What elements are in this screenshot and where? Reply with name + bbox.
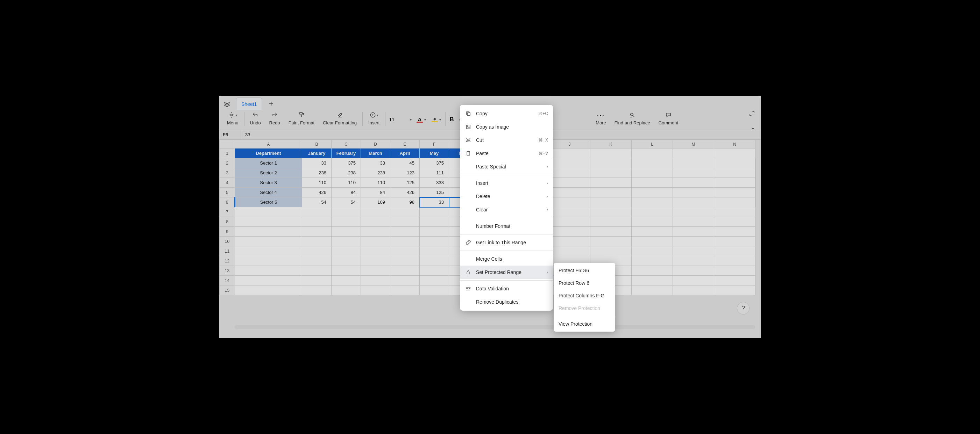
cell[interactable]	[302, 227, 332, 236]
cell[interactable]	[590, 236, 632, 246]
cell[interactable]	[756, 158, 756, 168]
paint-format-button[interactable]: Paint Format	[284, 111, 319, 125]
cell[interactable]	[302, 207, 332, 217]
row-header[interactable]: 10	[220, 236, 235, 246]
cell[interactable]	[632, 158, 673, 168]
cell[interactable]	[756, 168, 756, 178]
clear-formatting-button[interactable]: Clear Formatting	[319, 111, 361, 125]
more-button[interactable]: ··· More	[592, 111, 610, 125]
cell[interactable]	[235, 256, 302, 266]
menu-button[interactable]: ▾ Menu	[223, 111, 243, 125]
cell[interactable]: Sector 5	[235, 198, 302, 207]
all-sheets-icon[interactable]	[222, 99, 232, 109]
cell[interactable]: Sector 3	[235, 178, 302, 188]
cell[interactable]	[361, 266, 390, 276]
cell[interactable]	[361, 276, 390, 285]
cell[interactable]	[673, 168, 714, 178]
sub-protect-row[interactable]: Protect Row 6	[554, 277, 615, 289]
cell[interactable]	[549, 198, 590, 207]
cell[interactable]: May	[420, 149, 449, 158]
cell[interactable]: 110	[302, 178, 332, 188]
cell[interactable]: 84	[332, 188, 361, 198]
cell[interactable]	[361, 236, 390, 246]
cell[interactable]: 33	[420, 198, 449, 207]
cell[interactable]: 84	[361, 188, 390, 198]
cell[interactable]	[590, 178, 632, 188]
cell[interactable]	[332, 236, 361, 246]
cell[interactable]	[420, 256, 449, 266]
cell[interactable]	[332, 217, 361, 227]
cell[interactable]: 54	[302, 198, 332, 207]
cell[interactable]: Sector 1	[235, 158, 302, 168]
cell[interactable]	[235, 266, 302, 276]
cell[interactable]	[632, 149, 673, 158]
cell[interactable]: Sector 2	[235, 168, 302, 178]
cell[interactable]	[390, 236, 420, 246]
cell[interactable]	[673, 276, 714, 285]
cell[interactable]	[714, 266, 756, 276]
cell[interactable]	[714, 227, 756, 236]
cell[interactable]: 123	[390, 168, 420, 178]
help-button[interactable]: ?	[737, 302, 749, 315]
row-header[interactable]: 3	[220, 168, 235, 178]
cell[interactable]	[632, 276, 673, 285]
ctx-copy-image[interactable]: Copy as Image	[460, 120, 553, 133]
row-header[interactable]: 1	[220, 149, 235, 158]
col-header[interactable]: M	[673, 140, 714, 149]
cell[interactable]	[590, 246, 632, 256]
cell[interactable]	[590, 198, 632, 207]
cell[interactable]: 109	[361, 198, 390, 207]
cell[interactable]: 45	[390, 158, 420, 168]
cell[interactable]	[590, 158, 632, 168]
cell[interactable]	[302, 217, 332, 227]
ctx-paste-special[interactable]: Paste Special›	[460, 160, 553, 173]
cell[interactable]	[714, 149, 756, 158]
cell[interactable]	[390, 217, 420, 227]
add-sheet-button[interactable]: +	[266, 98, 277, 109]
cell[interactable]: 98	[390, 198, 420, 207]
col-header[interactable]: F	[420, 140, 449, 149]
ctx-remove-duplicates[interactable]: Remove Duplicates	[460, 295, 553, 309]
cell[interactable]: 375	[332, 158, 361, 168]
cell[interactable]	[673, 236, 714, 246]
cell[interactable]	[302, 256, 332, 266]
cell[interactable]	[390, 207, 420, 217]
cell[interactable]	[549, 236, 590, 246]
cell[interactable]	[332, 207, 361, 217]
cell[interactable]: April	[390, 149, 420, 158]
sub-protect-cols[interactable]: Protect Columns F-G	[554, 289, 615, 302]
cell[interactable]	[714, 178, 756, 188]
cell[interactable]	[549, 227, 590, 236]
cell[interactable]: February	[332, 149, 361, 158]
redo-button[interactable]: Redo	[265, 111, 284, 125]
fill-color-button[interactable]: ▾	[429, 111, 444, 128]
row-header[interactable]: 14	[220, 276, 235, 285]
cell[interactable]	[632, 227, 673, 236]
ctx-delete[interactable]: Delete›	[460, 190, 553, 203]
cell[interactable]	[390, 256, 420, 266]
cell[interactable]	[302, 285, 332, 295]
cell[interactable]	[632, 168, 673, 178]
row-header[interactable]: 13	[220, 266, 235, 276]
ctx-cut[interactable]: Cut⌘+X	[460, 133, 553, 147]
cell[interactable]	[235, 276, 302, 285]
cell[interactable]	[235, 246, 302, 256]
cell[interactable]: 110	[332, 178, 361, 188]
collapse-toolbar-icon[interactable]	[750, 126, 756, 131]
cell[interactable]: 333	[420, 178, 449, 188]
cell[interactable]	[673, 256, 714, 266]
cell[interactable]: 54	[332, 198, 361, 207]
fullscreen-icon[interactable]	[749, 111, 755, 117]
cell[interactable]	[549, 149, 590, 158]
row-header[interactable]: 11	[220, 246, 235, 256]
comment-button[interactable]: Comment	[654, 111, 682, 125]
cell[interactable]	[673, 178, 714, 188]
row-header[interactable]: 15	[220, 285, 235, 295]
cell[interactable]: 33	[361, 158, 390, 168]
cell[interactable]	[332, 246, 361, 256]
sub-view-protection[interactable]: View Protection	[554, 318, 615, 330]
ctx-validation[interactable]: Data Validation	[460, 282, 553, 295]
cell[interactable]	[714, 217, 756, 227]
cell[interactable]	[235, 217, 302, 227]
cell[interactable]	[590, 207, 632, 217]
